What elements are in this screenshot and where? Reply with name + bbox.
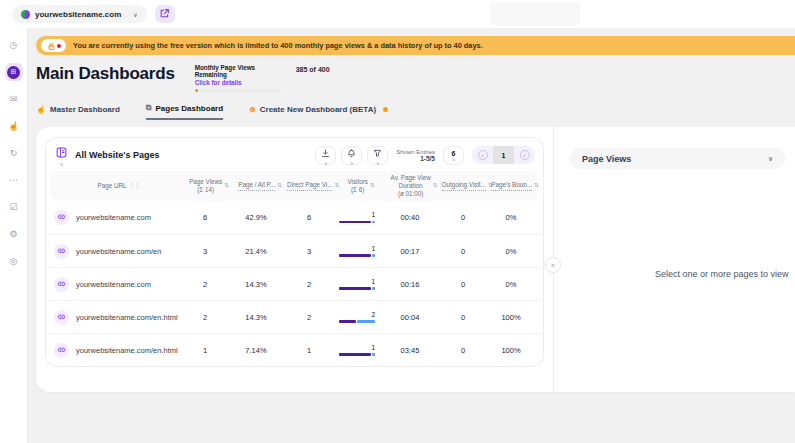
current-page[interactable]: 1 (493, 146, 514, 164)
tab-master[interactable]: ☝Master Dashboard (36, 103, 120, 120)
page-views-accordion[interactable]: Page Views ∨ (570, 148, 785, 169)
column-header-url[interactable]: Page URL⋮⋮ (50, 182, 186, 190)
record-dot-icon (57, 44, 61, 48)
cell-outgoing: 0 (440, 346, 486, 355)
sort-icon[interactable]: ⇅ (534, 182, 539, 189)
quota-value: 385 of 400 (296, 66, 330, 92)
collapse-panel-button[interactable]: « (545, 257, 561, 273)
sidebar-item-history[interactable]: ◷ (5, 36, 23, 54)
page-url-text: yourwebsitename.com/en.html (76, 346, 178, 355)
inbox-icon: ✉ (10, 94, 18, 104)
visitors-bar-widget: 1 (339, 246, 375, 257)
cell-page-share: 21.4% (228, 247, 284, 256)
pagination: ‹ 1 › (472, 146, 535, 164)
table-row[interactable]: yourwebsitename.com642.9%6100:4000% (46, 201, 543, 234)
cell-page-share: 14.3% (228, 313, 284, 322)
page-url-text: yourwebsitename.com (76, 213, 151, 222)
open-site-button[interactable] (155, 5, 175, 23)
widget-menu[interactable]: ∨ (56, 144, 67, 166)
tab-create[interactable]: ⊕Create New Dashboard (BETA) (249, 103, 388, 120)
cell-outgoing: 0 (440, 213, 486, 222)
cell-page-views: 6 (182, 213, 228, 222)
quota-widget: Monthly Page Views Remaining Click for d… (195, 64, 330, 92)
page-link-icon[interactable] (54, 343, 69, 358)
table-row[interactable]: yourwebsitename.com/en.html17.14%1103:45… (46, 333, 543, 366)
banner-text: You are currently using the free version… (73, 41, 483, 50)
column-label: Page Views(Σ 14) (189, 178, 222, 194)
cell-page-share: 7.14% (228, 346, 284, 355)
site-selector[interactable]: yourwebsitename.com ∨ (12, 5, 147, 23)
dashboards-icon: ⊞ (7, 66, 20, 79)
column-header-views[interactable]: Page Views(Σ 14)⇅ (186, 178, 232, 194)
page-link-icon[interactable] (54, 244, 69, 259)
sidebar-item-feedback[interactable]: ⋯ (5, 171, 23, 189)
sidebar-item-inbox[interactable]: ✉ (5, 90, 23, 108)
column-header-duration[interactable]: Av. Page ViewDuration(ø 01:00)⇅ (384, 174, 444, 199)
column-header-visitors[interactable]: Visitors(Σ 6)⇅ (338, 178, 384, 194)
cell-visitors: 1 (334, 212, 380, 223)
column-header-direct[interactable]: Direct Page Vi...⇅ (288, 181, 338, 190)
cell-bounce: 100% (486, 313, 536, 322)
page-views-title: Page Views (582, 154, 631, 164)
sort-icon[interactable]: ⇅ (370, 182, 375, 189)
visitors-bar-main (339, 320, 356, 323)
visitors-bar-alt (372, 254, 375, 257)
page-link-icon[interactable] (54, 310, 69, 325)
quota-details-link[interactable]: Click for details (195, 79, 283, 86)
pages-table-card: ∨ All Website's Pages (45, 137, 544, 367)
column-header-share[interactable]: Page / All P...⇅ (232, 181, 288, 190)
funnel-icon (373, 146, 382, 161)
sidebar-item-dashboards[interactable]: ⊞ (5, 63, 23, 81)
site-name: yourwebsitename.com (35, 10, 121, 19)
visitors-bar-widget: 1 (339, 279, 375, 290)
tab-label: Create New Dashboard (BETA) (260, 105, 376, 114)
cell-duration: 00:04 (380, 313, 440, 322)
page-url-text: yourwebsitename.com/en.html (76, 313, 178, 322)
cell-bounce: 0% (486, 247, 536, 256)
page-link-icon[interactable] (54, 210, 69, 225)
cell-bounce: 0% (486, 213, 536, 222)
sidebar: ◷⊞✉☝↻⋯☑⚙◎ (0, 28, 28, 443)
next-page-button[interactable]: › (514, 146, 535, 164)
sort-icon[interactable]: ⇅ (277, 182, 282, 189)
sidebar-item-interactions[interactable]: ☝ (5, 117, 23, 135)
shown-entries-label: Shown Entries (396, 149, 435, 155)
page-size-select[interactable]: 6 ∨ (443, 146, 464, 165)
table-row[interactable]: yourwebsitename.com214.3%2100:1600% (46, 267, 543, 300)
quota-label: Monthly Page Views Remaining (195, 64, 283, 78)
tab-pages[interactable]: ⧉Pages Dashboard (146, 103, 223, 120)
drag-handle-icon[interactable]: ⋮⋮ (129, 182, 139, 190)
page-link-icon[interactable] (54, 277, 69, 292)
visitors-bar-main (339, 221, 371, 224)
shown-entries: Shown Entries 1-5/5 (396, 149, 435, 162)
sidebar-item-account[interactable]: ◎ (5, 252, 23, 270)
chevron-down-icon: ∨ (133, 11, 137, 18)
column-header-bounce[interactable]: Page's Boun...⇅ (490, 181, 540, 190)
cell-visitors: 1 (334, 246, 380, 257)
sidebar-item-settings[interactable]: ⚙ (5, 225, 23, 243)
visitors-bar (339, 353, 375, 356)
cell-page-views: 2 (182, 313, 228, 322)
table-row[interactable]: yourwebsitename.com/en321.4%3100:1700% (46, 234, 543, 267)
sort-icon[interactable]: ⇅ (224, 182, 229, 189)
verification-icon: ☑ (9, 202, 17, 212)
cell-page-share: 14.3% (228, 280, 284, 289)
table-toolbar: ∨ ∨ (315, 146, 535, 165)
export-button[interactable]: ∨ (315, 146, 336, 165)
quota-progress-fill (195, 89, 198, 92)
sidebar-item-automation[interactable]: ↻ (5, 144, 23, 162)
cell-page-views: 1 (182, 346, 228, 355)
visitors-bar (339, 320, 375, 323)
external-link-icon (159, 7, 170, 22)
cell-direct-views: 1 (284, 346, 334, 355)
table-card-header: ∨ All Website's Pages (46, 138, 543, 171)
visitors-bar (339, 287, 375, 290)
sidebar-item-verification[interactable]: ☑ (5, 198, 23, 216)
table-row[interactable]: yourwebsitename.com/en.html214.3%2200:04… (46, 300, 543, 333)
sort-icon[interactable]: ⇅ (433, 182, 438, 189)
settings-icon: ⚙ (9, 229, 17, 239)
column-header-outgoing[interactable]: Outgoing Visit...⇅ (444, 181, 490, 190)
filter-button[interactable]: ∨ (367, 146, 388, 165)
alerts-button[interactable]: ∨ (341, 146, 362, 165)
prev-page-button[interactable]: ‹ (472, 146, 493, 164)
